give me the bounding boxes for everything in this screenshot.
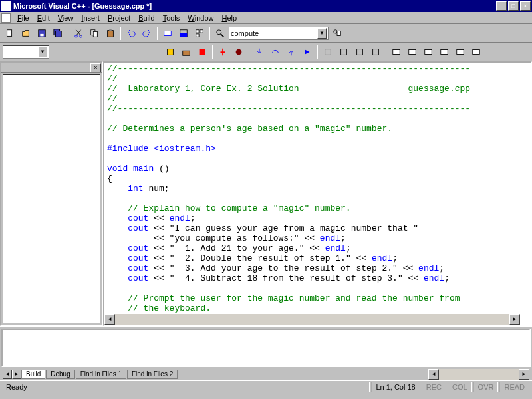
code-editor[interactable]: //--------------------------------------…: [103, 61, 532, 326]
debug-window-3[interactable]: [421, 45, 436, 59]
step-into-button[interactable]: [252, 45, 267, 59]
run-to-cursor-button[interactable]: [300, 45, 315, 59]
svg-rect-34: [473, 49, 480, 54]
svg-point-19: [334, 29, 337, 33]
menu-window[interactable]: Window: [184, 13, 217, 23]
output-tab-bar: ◄ ► Build Debug Find in Files 1 Find in …: [0, 368, 532, 380]
tab-scroll-right[interactable]: ►: [12, 370, 21, 379]
svg-rect-33: [457, 49, 464, 54]
debug-tool-4[interactable]: [368, 45, 383, 59]
debug-window-1[interactable]: [389, 45, 404, 59]
status-ovr: OVR: [473, 382, 499, 392]
output-tab-find2[interactable]: Find in Files 2: [127, 370, 178, 379]
debug-window-6[interactable]: [469, 45, 483, 59]
stop-build-button[interactable]: [195, 45, 209, 59]
menu-build[interactable]: Build: [134, 13, 158, 23]
scroll-track[interactable]: [439, 369, 519, 380]
step-out-button[interactable]: [284, 45, 299, 59]
window-controls: _ □ ×: [496, 1, 531, 11]
svg-rect-10: [109, 29, 112, 31]
doc-icon[interactable]: [1, 13, 11, 23]
svg-rect-30: [409, 49, 416, 54]
status-rec: REC: [422, 382, 446, 392]
dropdown-arrow-icon[interactable]: ▼: [38, 47, 47, 57]
svg-rect-15: [200, 29, 203, 32]
output-tab-debug[interactable]: Debug: [46, 370, 74, 379]
output-button[interactable]: [176, 26, 191, 41]
redo-button[interactable]: [140, 26, 154, 41]
menu-tools[interactable]: Tools: [159, 13, 184, 23]
title-bar: Microsoft Visual C++ - [Guessage.cpp *] …: [0, 0, 532, 12]
svg-rect-25: [325, 49, 331, 55]
status-read: READ: [499, 382, 529, 392]
menu-help[interactable]: Help: [217, 13, 241, 23]
open-button[interactable]: [19, 26, 33, 41]
window-list-button[interactable]: [192, 26, 207, 41]
debug-tool-1[interactable]: [321, 45, 335, 59]
debug-window-4[interactable]: [437, 45, 452, 59]
debug-window-5[interactable]: [453, 45, 467, 59]
cut-button[interactable]: [71, 26, 86, 41]
undo-button[interactable]: [124, 26, 138, 41]
menu-view[interactable]: View: [54, 13, 78, 23]
menu-project[interactable]: Project: [104, 13, 134, 23]
scroll-right-button[interactable]: ►: [509, 314, 520, 325]
minimize-button[interactable]: _: [496, 1, 507, 11]
svg-rect-20: [337, 31, 340, 35]
editor-hscrollbar[interactable]: ◄ ►: [104, 314, 520, 325]
menu-file[interactable]: File: [13, 13, 33, 23]
svg-rect-8: [93, 31, 97, 37]
output-body[interactable]: [1, 329, 531, 367]
maximize-button[interactable]: □: [508, 1, 519, 11]
debug-tool-2[interactable]: [336, 45, 351, 59]
svg-rect-0: [7, 29, 12, 36]
copy-button[interactable]: [87, 26, 102, 41]
workspace-button[interactable]: [160, 26, 175, 41]
pane-header: ×: [1, 63, 102, 73]
svg-rect-9: [108, 30, 114, 37]
window-title: Microsoft Visual C++ - [Guessage.cpp *]: [13, 2, 496, 10]
close-button[interactable]: ×: [520, 1, 531, 11]
svg-line-18: [221, 33, 223, 36]
menu-edit[interactable]: Edit: [33, 13, 54, 23]
menu-insert[interactable]: Insert: [77, 13, 104, 23]
code-content[interactable]: //--------------------------------------…: [104, 63, 531, 325]
separator: [249, 45, 249, 59]
separator: [160, 45, 160, 59]
find-in-files-button[interactable]: [330, 26, 344, 41]
svg-rect-16: [196, 33, 199, 36]
breakpoint-button[interactable]: [231, 45, 246, 59]
dropdown-arrow-icon[interactable]: ▼: [317, 28, 327, 39]
find-button[interactable]: [213, 26, 227, 41]
output-tab-build[interactable]: Build: [21, 370, 45, 379]
scroll-track[interactable]: [115, 314, 509, 325]
status-bar: Ready Ln 1, Col 18 REC COL OVR READ: [0, 380, 532, 392]
tab-scroll-left[interactable]: ◄: [3, 370, 12, 379]
save-all-button[interactable]: [51, 26, 65, 41]
scroll-left-button[interactable]: ◄: [104, 314, 115, 325]
output-hscroll[interactable]: ◄ ►: [428, 369, 529, 380]
new-file-button[interactable]: [3, 26, 17, 41]
debug-tool-3[interactable]: [352, 45, 367, 59]
scroll-left-button[interactable]: ◄: [428, 369, 439, 380]
svg-rect-21: [168, 49, 174, 55]
svg-rect-11: [164, 31, 172, 35]
svg-rect-23: [200, 49, 205, 55]
scroll-right-button[interactable]: ►: [519, 369, 529, 380]
go-button[interactable]: [215, 45, 230, 59]
debug-window-2[interactable]: [405, 45, 420, 59]
svg-point-17: [217, 29, 221, 34]
workspace-tree[interactable]: [3, 74, 100, 323]
status-position: Ln 1, Col 18: [371, 382, 420, 392]
paste-button[interactable]: [103, 26, 118, 41]
find-combo[interactable]: compute▼: [229, 27, 329, 40]
config-combo[interactable]: ▼: [3, 45, 49, 59]
output-tab-find1[interactable]: Find in Files 1: [76, 370, 126, 379]
pane-close-button[interactable]: ×: [90, 63, 101, 72]
save-button[interactable]: [35, 26, 49, 41]
build-button[interactable]: [179, 45, 194, 59]
step-over-button[interactable]: [268, 45, 283, 59]
separator: [317, 45, 318, 59]
separator: [120, 27, 121, 40]
compile-button[interactable]: [163, 45, 178, 59]
